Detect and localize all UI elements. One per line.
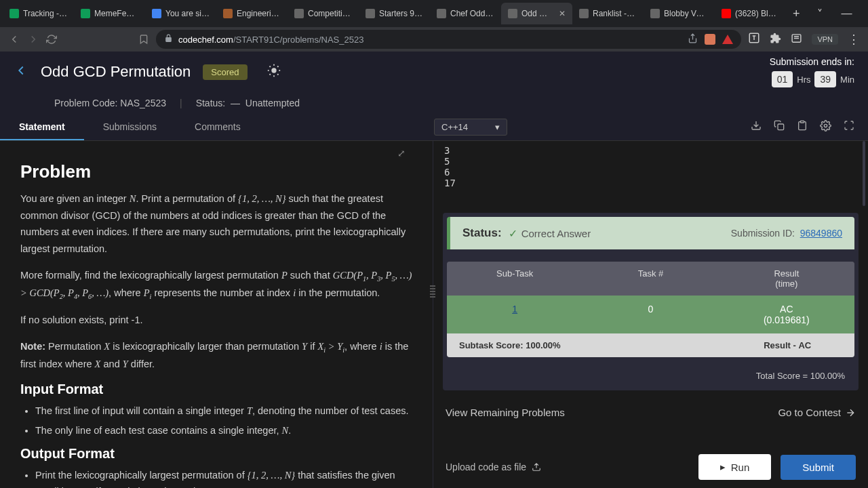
- run-button[interactable]: ▸ Run: [698, 454, 772, 480]
- problem-text: Note: Permutation X is lexicographically…: [20, 338, 412, 373]
- language-select[interactable]: C++14 ▾: [434, 119, 507, 136]
- submit-button[interactable]: Submit: [781, 455, 856, 480]
- result-panel: Status: ✓ Correct Answer Submission ID: …: [443, 213, 859, 390]
- svg-line-10: [277, 66, 278, 67]
- timer-label: Submission ends in:: [770, 56, 854, 67]
- tab-comments[interactable]: Comments: [176, 114, 260, 140]
- chevron-down-icon[interactable]: ˅: [807, 4, 833, 23]
- clipboard-icon[interactable]: [797, 120, 808, 134]
- menu-icon[interactable]: ⋮: [848, 32, 860, 47]
- svg-line-9: [269, 74, 270, 75]
- maximize-button[interactable]: ▢: [861, 4, 868, 23]
- back-button[interactable]: [14, 63, 28, 81]
- url-path: /START91C/problems/NAS_2523: [233, 35, 363, 45]
- fullscreen-icon[interactable]: [844, 120, 854, 134]
- upload-link[interactable]: Upload code as file: [446, 462, 541, 472]
- browser-tab[interactable]: MemeFest (Re: [74, 3, 145, 24]
- svg-line-5: [269, 66, 270, 67]
- timer-hours: 01: [772, 71, 793, 87]
- translate-icon[interactable]: [748, 32, 760, 47]
- tab-submissions[interactable]: Submissions: [84, 114, 176, 140]
- browser-tab[interactable]: Starters 91 Div: [359, 3, 430, 24]
- address-bar: codechef.com/START91C/problems/NAS_2523 …: [0, 27, 868, 52]
- content-tabs: Statement Submissions Comments C++14 ▾: [0, 114, 868, 141]
- problem-code: NAS_2523: [120, 98, 166, 108]
- svg-rect-12: [800, 121, 804, 123]
- subtask-link[interactable]: 1: [512, 304, 517, 314]
- browser-tab[interactable]: You are signed: [145, 3, 216, 24]
- gear-icon[interactable]: [820, 120, 831, 134]
- extension-icon-1[interactable]: [705, 34, 715, 45]
- reload-icon[interactable]: [46, 34, 57, 45]
- browser-tab[interactable]: Blobby Volley: [644, 3, 715, 24]
- vpn-badge[interactable]: VPN: [812, 34, 838, 45]
- attempt-status: Unattempted: [245, 98, 300, 108]
- copy-icon[interactable]: [774, 120, 785, 134]
- expand-icon[interactable]: ⤢: [397, 148, 406, 159]
- problem-text: If no solution exists, print -1.: [20, 312, 412, 329]
- play-icon: ▸: [720, 461, 726, 473]
- bookmark-icon[interactable]: [138, 34, 149, 45]
- table-row: 1 0 AC(0.019681): [447, 296, 854, 333]
- status-bar: Status: ✓ Correct Answer Submission ID: …: [447, 217, 854, 249]
- svg-point-2: [271, 68, 276, 73]
- share-icon[interactable]: [688, 33, 698, 45]
- svg-point-13: [824, 124, 827, 127]
- problem-text: You are given an integer N. Print a perm…: [20, 190, 412, 258]
- url-domain: codechef.com: [178, 35, 233, 45]
- browser-tab[interactable]: Odd GCD P✕: [501, 3, 572, 24]
- view-remaining-link[interactable]: View Remaining Problems: [446, 407, 565, 418]
- splitter-handle[interactable]: [430, 278, 435, 305]
- browser-tab[interactable]: Ranklist - STAF: [572, 3, 644, 24]
- ide-panel: 3 5 6 17 Status: ✓ Correct Answer Submis…: [433, 141, 868, 488]
- status-text: Correct Answer: [521, 228, 591, 239]
- browser-tab[interactable]: Competitive Pr: [288, 3, 359, 24]
- result-verdict: Result - AC: [720, 333, 854, 357]
- table-header: Sub-Task: [447, 262, 583, 296]
- browser-tabs-bar: Tracking - GooMemeFest (ReYou are signed…: [0, 0, 868, 27]
- submission-id-link[interactable]: 96849860: [800, 228, 842, 239]
- output-format-list: Print the lexicographically largest perm…: [20, 467, 412, 488]
- theme-toggle-icon[interactable]: [267, 63, 281, 81]
- scrollbar[interactable]: [863, 141, 865, 206]
- problem-panel[interactable]: ⤢ Problem You are given an integer N. Pr…: [0, 141, 433, 488]
- url-input[interactable]: codechef.com/START91C/problems/NAS_2523: [156, 30, 741, 49]
- meta-row: Problem Code: NAS_2523 | Status: — Unatt…: [0, 92, 868, 114]
- table-header: Result (time): [719, 262, 854, 296]
- total-score: Total Score = 100.00%: [443, 361, 859, 390]
- browser-tab[interactable]: (3628) Blobby: [715, 3, 786, 24]
- input-format-heading: Input Format: [20, 382, 412, 397]
- extension-icon-2[interactable]: [722, 35, 733, 44]
- browser-tab[interactable]: Engineering Co: [216, 3, 288, 24]
- page-header: Odd GCD Permutation Scored Submission en…: [0, 52, 868, 92]
- problem-text: More formally, find the lexicographicall…: [20, 267, 412, 302]
- timer-minutes: 39: [814, 71, 836, 87]
- scored-badge: Scored: [203, 64, 247, 80]
- problem-title: Odd GCD Permutation: [41, 63, 191, 81]
- back-icon[interactable]: [8, 33, 20, 45]
- problem-heading: Problem: [20, 161, 412, 182]
- input-format-list: The first line of input will contain a s…: [20, 403, 412, 439]
- lock-icon: [164, 34, 173, 45]
- svg-line-6: [277, 74, 278, 75]
- forward-icon[interactable]: [27, 33, 39, 45]
- result-table: Sub-Task Task # Result (time) 1 0 AC(0.0…: [447, 262, 854, 357]
- goto-contest-link[interactable]: Go to Contest: [778, 407, 856, 418]
- download-icon[interactable]: [751, 120, 762, 134]
- output-format-heading: Output Format: [20, 446, 412, 462]
- chevron-down-icon: ▾: [495, 122, 500, 132]
- table-header: Task #: [583, 262, 718, 296]
- reading-list-icon[interactable]: [791, 33, 802, 47]
- extensions-icon[interactable]: [770, 33, 781, 47]
- timer: Submission ends in: 01 Hrs 39 Min: [770, 56, 854, 87]
- browser-tab[interactable]: Chef Odd - Prc: [430, 3, 501, 24]
- browser-tab[interactable]: Tracking - Goo: [3, 3, 74, 24]
- minimize-button[interactable]: ―: [834, 4, 860, 23]
- svg-rect-11: [778, 124, 784, 130]
- new-tab-button[interactable]: +: [786, 7, 807, 21]
- subtask-score: Subtask Score: 100.00%: [447, 333, 587, 357]
- check-icon: ✓: [509, 227, 517, 240]
- code-editor[interactable]: 3 5 6 17: [433, 141, 868, 206]
- tab-statement[interactable]: Statement: [0, 114, 84, 140]
